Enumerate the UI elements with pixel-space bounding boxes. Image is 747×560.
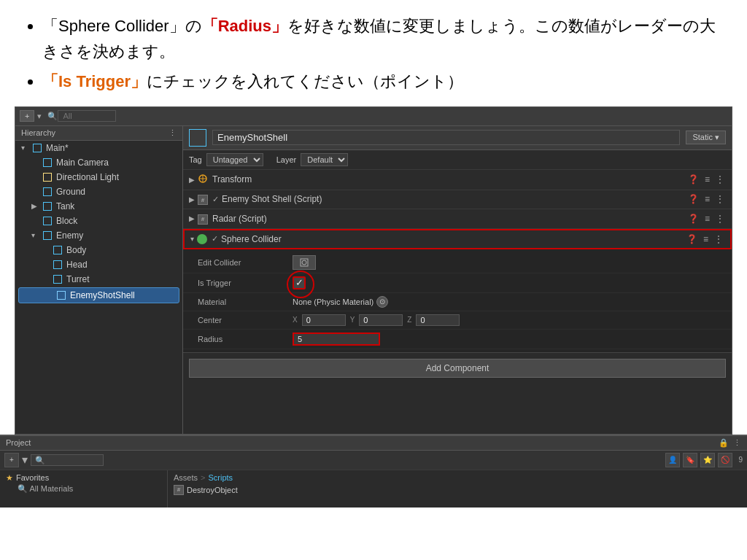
destroy-object-item[interactable]: # DestroyObject	[174, 485, 741, 495]
component-name: Radar (Script)	[212, 214, 686, 224]
hierarchy-item-label: EnemyShotShell	[70, 290, 135, 300]
svg-point-4	[302, 260, 306, 265]
radius-row: Radius	[183, 330, 732, 349]
breadcrumb-scripts[interactable]: Scripts	[208, 473, 233, 482]
project-header-actions: 🔒 ⋮	[719, 438, 741, 448]
hierarchy-item-ground[interactable]: Ground	[15, 184, 182, 199]
search-small-icon: 🔍	[18, 484, 28, 493]
inspector-header: Static ▾	[183, 126, 732, 150]
component-settings-btn[interactable]: ≡	[703, 174, 711, 184]
is-trigger-label: Is Trigger	[198, 279, 293, 287]
component-arrow[interactable]: ▶	[189, 195, 195, 203]
component-settings-btn[interactable]: ≡	[703, 214, 711, 224]
add-button[interactable]: +	[20, 110, 34, 122]
component-menu-btn[interactable]: ⋮	[713, 234, 724, 244]
center-z-input[interactable]	[416, 314, 460, 326]
hierarchy-item-main-camera[interactable]: Main Camera	[15, 155, 182, 170]
hierarchy-panel: Hierarchy ⋮ ▾ Main* Main Camera	[15, 126, 183, 434]
star-icon-btn[interactable]: ⭐	[700, 453, 715, 467]
transform-icon	[198, 174, 208, 186]
hierarchy-title: Hierarchy	[21, 128, 55, 138]
enemy-shot-shell-component: ▶ # ✓ Enemy Shot Shell (Script) ❓ ≡ ⋮	[183, 190, 732, 210]
all-materials-item[interactable]: 🔍 All Materials	[6, 484, 161, 494]
component-name: Sphere Collider	[221, 234, 685, 244]
component-menu-btn[interactable]: ⋮	[714, 194, 726, 204]
hierarchy-item-main[interactable]: ▾ Main*	[15, 141, 182, 155]
hierarchy-item-tank[interactable]: ▶ Tank	[15, 199, 182, 214]
add-asset-button[interactable]: +	[4, 453, 19, 467]
hierarchy-item-label: Turret	[66, 274, 90, 284]
instruction-2-highlight: 「Is Trigger」	[42, 72, 147, 90]
toolbar: + ▾ 🔍	[15, 107, 732, 126]
material-picker-btn[interactable]: ⊙	[376, 296, 388, 308]
tag-layer-row: Tag Untagged Layer Default	[183, 150, 732, 170]
breadcrumb-assets[interactable]: Assets	[174, 473, 198, 482]
object-name-input[interactable]	[212, 130, 680, 145]
static-button[interactable]: Static ▾	[686, 131, 726, 144]
center-row: Center X Y Z	[183, 311, 732, 330]
hierarchy-item-label: Tank	[56, 201, 74, 211]
is-trigger-checkbox[interactable]: ✓	[293, 276, 306, 289]
project-main: Assets > Scripts # DestroyObject	[168, 470, 747, 508]
component-settings-btn[interactable]: ≡	[702, 234, 710, 244]
hierarchy-item-directional-light[interactable]: Directional Light	[15, 170, 182, 184]
component-arrow[interactable]: ▶	[189, 176, 195, 184]
favorites-star-icon: ★	[6, 473, 13, 483]
component-menu-btn[interactable]: ⋮	[714, 214, 726, 224]
edit-collider-button[interactable]	[293, 255, 316, 270]
material-value: None (Physic Material) ⊙	[293, 296, 726, 308]
unity-editor: + ▾ 🔍 Hierarchy ⋮ ▾ Main*	[15, 106, 732, 435]
hierarchy-item-turret[interactable]: Turret	[15, 272, 182, 287]
all-materials-label: All Materials	[29, 484, 73, 493]
component-arrow[interactable]: ▾	[190, 235, 194, 243]
script-icon: #	[198, 194, 208, 206]
component-help-btn[interactable]: ❓	[686, 214, 700, 224]
hierarchy-item-block[interactable]: Block	[15, 214, 182, 228]
add-component-button[interactable]: Add Component	[189, 359, 726, 378]
ground-icon	[42, 186, 53, 198]
project-panel: Project 🔒 ⋮ + ▾ 👤 🔖 ⭐ 🚫 9 ★ Favorites 🔍 …	[0, 435, 747, 508]
hierarchy-item-label: Main Camera	[56, 158, 109, 168]
sphere-collider-props: Edit Collider Is Trigger ✓	[183, 249, 732, 352]
component-actions: ❓ ≡ ⋮	[686, 214, 726, 224]
shell-icon	[55, 289, 67, 301]
project-content: ★ Favorites 🔍 All Materials Assets > Scr…	[0, 470, 747, 508]
component-menu-btn[interactable]: ⋮	[714, 174, 726, 184]
is-trigger-row: Is Trigger ✓	[183, 273, 732, 293]
radius-input[interactable]	[293, 332, 380, 346]
breadcrumb: Assets > Scripts	[174, 473, 741, 482]
hierarchy-item-body[interactable]: Body	[15, 243, 182, 257]
component-settings-btn[interactable]: ≡	[703, 194, 711, 204]
hierarchy-item-enemy-shot-shell[interactable]: EnemyShotShell	[18, 287, 179, 303]
component-help-btn[interactable]: ❓	[686, 174, 700, 184]
project-header: Project 🔒 ⋮	[0, 436, 747, 451]
is-trigger-circle-highlight: ✓	[293, 276, 306, 289]
person-icon-btn[interactable]: 👤	[665, 453, 680, 467]
tag-select[interactable]: Untagged	[206, 153, 263, 166]
add-dropdown-icon[interactable]: ▾	[37, 112, 42, 121]
body-icon	[52, 244, 63, 256]
hierarchy-item-enemy[interactable]: ▾ Enemy	[15, 228, 182, 243]
filter-icon-btn[interactable]: 🚫	[718, 453, 732, 467]
script-icon: #	[198, 213, 208, 225]
component-help-btn[interactable]: ❓	[685, 234, 699, 244]
breadcrumb-sep: >	[201, 473, 205, 482]
tag-label: Tag	[189, 155, 202, 164]
menu-icon[interactable]: ⋮	[733, 438, 741, 448]
component-help-btn[interactable]: ❓	[686, 194, 700, 204]
search-input[interactable]	[58, 110, 116, 122]
layer-select[interactable]: Default	[301, 153, 348, 166]
component-arrow[interactable]: ▶	[189, 214, 195, 222]
center-x-input[interactable]	[302, 314, 346, 326]
project-search-input[interactable]	[31, 454, 104, 466]
enemy-icon	[42, 230, 53, 241]
radar-component: ▶ # Radar (Script) ❓ ≡ ⋮	[183, 209, 732, 229]
center-y-input[interactable]	[359, 314, 403, 326]
hierarchy-item-head[interactable]: Head	[15, 257, 182, 272]
bookmark-icon-btn[interactable]: 🔖	[683, 453, 697, 467]
hierarchy-menu-icon[interactable]: ⋮	[169, 128, 177, 138]
object-icon	[189, 129, 206, 147]
destroy-object-label: DestroyObject	[187, 486, 238, 494]
dropdown-icon[interactable]: ▾	[22, 453, 28, 467]
instruction-1-prefix: 「Sphere Collider」の	[42, 17, 202, 35]
